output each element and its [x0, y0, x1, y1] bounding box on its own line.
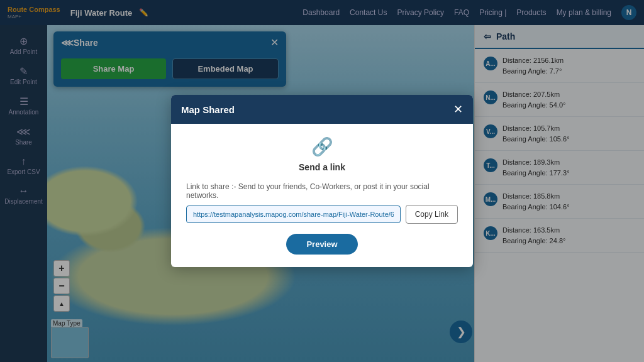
map-shared-modal: Map Shared ✕ 🔗 Send a link Link to share…	[171, 95, 473, 267]
modal-header: Map Shared ✕	[171, 95, 473, 124]
modal-body: 🔗 Send a link Link to share :- Send to y…	[171, 124, 473, 267]
link-row: Copy Link	[186, 205, 458, 224]
modal-subtitle: Send a link	[186, 162, 458, 172]
preview-button[interactable]: Preview	[286, 234, 357, 255]
copy-link-button[interactable]: Copy Link	[406, 205, 458, 224]
link-chain-icon: 🔗	[186, 136, 458, 157]
modal-link-description: Link to share :- Send to your friends, C…	[186, 182, 458, 200]
share-link-input[interactable]	[186, 206, 401, 223]
modal-overlay[interactable]: Map Shared ✕ 🔗 Send a link Link to share…	[0, 0, 644, 362]
modal-title: Map Shared	[181, 104, 235, 115]
modal-close-button[interactable]: ✕	[453, 102, 463, 116]
